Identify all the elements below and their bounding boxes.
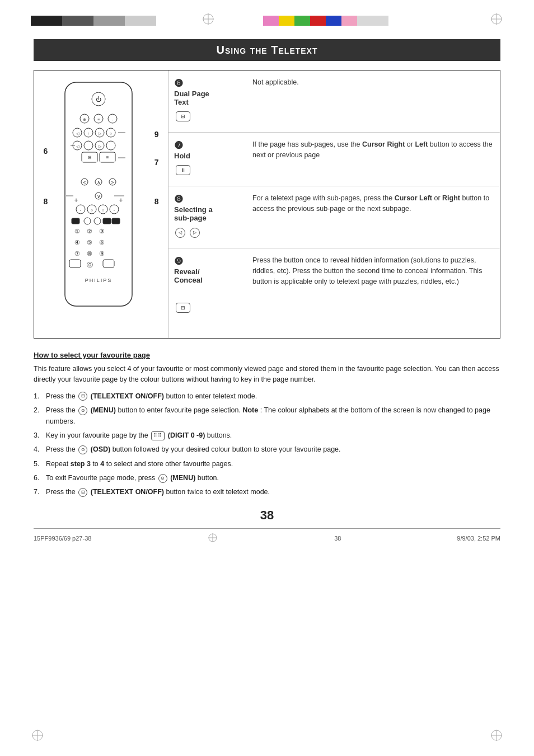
step-2: 2. Press the ⊙ (MENU) button to enter fa…	[34, 405, 500, 427]
footer-center: 38	[334, 535, 341, 542]
annotation-icon-9: ⊟	[174, 301, 247, 314]
how-to-steps: 1. Press the ⊟ (TELEXTEXT ON/OFF) button…	[34, 391, 500, 498]
svg-text:③: ③	[99, 228, 105, 234]
crosshair-bottom-left	[31, 729, 44, 744]
svg-text:⑧: ⑧	[87, 250, 92, 257]
footer-right: 9/9/03, 2:52 PM	[457, 535, 500, 542]
annotation-text-7: Hold	[174, 152, 247, 160]
svg-text:⊕: ⊕	[83, 118, 86, 121]
svg-text:◁: ◁	[76, 144, 79, 148]
footer-center-crosshair	[207, 532, 218, 544]
annotation-label-8: ❽ Selecting asub-page ◁ ▷	[174, 193, 252, 241]
svg-text:⑦: ⑦	[74, 250, 80, 257]
step-content-7: Press the ⊟ (TELEXTEXT ON/OFF) button tw…	[46, 487, 500, 497]
svg-rect-55	[112, 218, 120, 224]
annotation-desc-8: For a teletext page with sub-pages, pres…	[252, 193, 494, 241]
badge-8-left: 8	[44, 197, 48, 206]
svg-text:▷: ▷	[98, 132, 101, 135]
page-number: 38	[34, 508, 500, 523]
annotation-row-8: ❽ Selecting asub-page ◁ ▷ For a teletext…	[168, 186, 500, 248]
svg-text:∨: ∨	[96, 194, 100, 199]
step-content-5: Repeat step 3 to 4 to select and store o…	[46, 459, 500, 469]
svg-point-28	[106, 141, 115, 150]
step-1: 1. Press the ⊟ (TELEXTEXT ON/OFF) button…	[34, 391, 500, 402]
svg-text:○: ○	[109, 132, 111, 135]
step4-icon: ⊙	[78, 445, 87, 454]
annotation-num-6: ❻	[174, 78, 183, 89]
how-to-title: How to select your favourite page	[34, 351, 500, 359]
step-num-6: 6.	[34, 473, 44, 483]
svg-text:∧: ∧	[96, 180, 100, 185]
how-to-section: How to select your favourite page This f…	[34, 351, 500, 498]
svg-text:○: ○	[101, 208, 104, 212]
svg-text:◁: ◁	[76, 132, 79, 135]
svg-text:>: >	[111, 180, 114, 185]
svg-point-53	[94, 218, 101, 224]
step-content-4: Press the ⊙ (OSD) button followed by you…	[46, 444, 500, 455]
annotation-text-9: Reveal/Conceal	[174, 267, 247, 284]
how-to-intro: This feature allows you select 4 of your…	[34, 364, 500, 386]
annotation-icon-7: ⏸	[174, 163, 247, 177]
annotation-desc-7: If the page has sub-pages, use the Curso…	[252, 139, 494, 179]
main-section: 6 8 9 7 8 ⏻ ⊕ ≡	[34, 70, 500, 339]
step-6: 6. To exit Favourite page mode, press ⊙ …	[34, 473, 500, 483]
step6-icon: ⊙	[158, 474, 167, 483]
step-5: 5. Repeat step 3 to 4 to select and stor…	[34, 459, 500, 469]
badge-9-right: 9	[154, 130, 159, 139]
annotation-text-6: Dual PageText	[174, 90, 247, 106]
svg-text:≡: ≡	[106, 155, 109, 160]
svg-text:②: ②	[87, 228, 92, 234]
annotation-row-6: ❻ Dual PageText ⊟ Not applicable.	[168, 71, 500, 133]
svg-text:-: -	[111, 118, 113, 121]
svg-text:↑: ↑	[87, 132, 90, 135]
svg-rect-54	[103, 218, 111, 224]
annotation-label-9: ❾ Reveal/Conceal ⊟	[174, 255, 252, 317]
svg-point-52	[84, 218, 91, 224]
svg-text:⑥: ⑥	[99, 239, 105, 246]
annotation-num-7: ❼	[174, 140, 183, 151]
step2-icon: ⊙	[78, 406, 87, 415]
step-4: 4. Press the ⊙ (OSD) button followed by …	[34, 444, 500, 455]
step-content-1: Press the ⊟ (TELEXTEXT ON/OFF) button to…	[46, 391, 500, 402]
svg-text:⊟: ⊟	[87, 155, 91, 160]
annotation-label-7: ❼ Hold ⏸	[174, 139, 252, 179]
annotation-label-6: ❻ Dual PageText ⊟	[174, 77, 252, 125]
annotations-column: ❻ Dual PageText ⊟ Not applicable. ❼ Hold…	[168, 71, 500, 338]
step-num-4: 4.	[34, 444, 44, 455]
step-content-2: Press the ⊙ (MENU) button to enter favou…	[46, 405, 500, 427]
svg-text:⑨: ⑨	[99, 250, 105, 257]
svg-text:PHILIPS: PHILIPS	[85, 278, 112, 283]
svg-text:-: -	[79, 208, 81, 212]
badge-7-right: 7	[154, 158, 159, 167]
svg-text:≡: ≡	[97, 118, 99, 121]
svg-text:①: ①	[74, 228, 80, 234]
badge-6-left: 6	[44, 147, 48, 156]
svg-text:+: +	[119, 196, 123, 204]
step-content-6: To exit Favourite page mode, press ⊙ (ME…	[46, 473, 500, 483]
step-7: 7. Press the ⊟ (TELEXTEXT ON/OFF) button…	[34, 487, 500, 497]
step3-icon: ⠿⠿	[151, 431, 165, 440]
svg-rect-67	[103, 260, 114, 267]
svg-text:⑤: ⑤	[87, 239, 92, 246]
svg-rect-65	[69, 260, 81, 267]
svg-text:⏻: ⏻	[96, 96, 101, 102]
footer-left: 15PF9936/69 p27-38	[34, 535, 91, 542]
annotation-desc-9: Press the button once to reveal hidden i…	[252, 255, 494, 317]
remote-column: 6 8 9 7 8 ⏻ ⊕ ≡	[34, 71, 168, 338]
annotation-num-9: ❾	[174, 256, 183, 267]
remote-container: 6 8 9 7 8 ⏻ ⊕ ≡	[54, 79, 149, 322]
annotation-text-8: Selecting asub-page	[174, 205, 247, 222]
page-title: Using the Teletext	[34, 44, 500, 57]
step-num-5: 5.	[34, 459, 44, 469]
svg-text:⓪: ⓪	[86, 261, 92, 268]
svg-text:○: ○	[90, 208, 92, 212]
annotation-desc-6: Not applicable.	[252, 77, 494, 125]
badge-8-right: 8	[154, 197, 159, 206]
svg-text:-: -	[113, 208, 115, 212]
svg-text:<: <	[83, 180, 86, 185]
footer: 15PF9936/69 p27-38 38 9/9/03, 2:52 PM	[34, 528, 500, 544]
annotation-row-7: ❼ Hold ⏸ If the page has sub-pages, use …	[168, 133, 500, 186]
step-num-7: 7.	[34, 487, 44, 497]
step-content-3: Key in your favourite page by the ⠿⠿ (DI…	[46, 430, 500, 441]
annotation-icon-6: ⊟	[174, 110, 247, 123]
